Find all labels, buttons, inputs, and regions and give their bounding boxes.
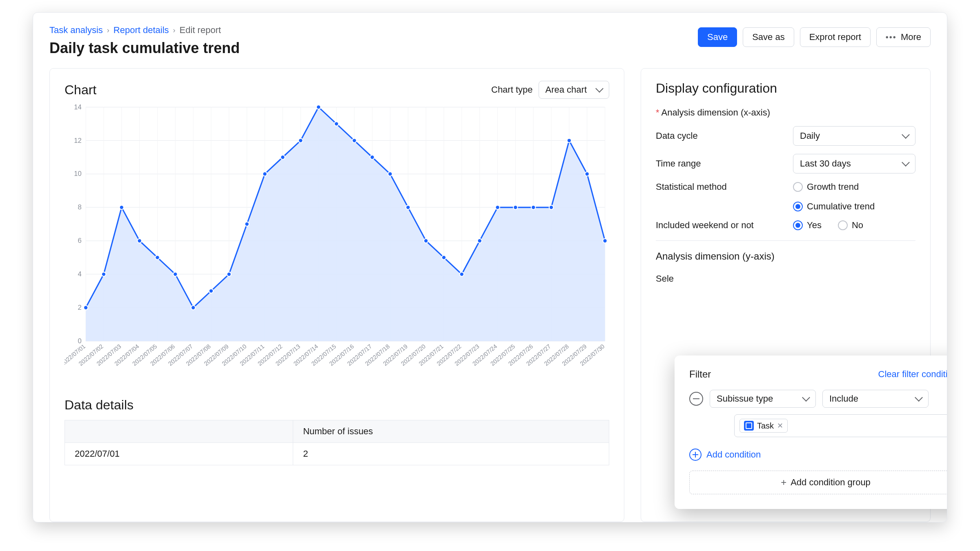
chart-type-label: Chart type: [491, 84, 533, 95]
cell-count: 2: [293, 442, 609, 465]
svg-text:12: 12: [74, 137, 82, 144]
svg-point-66: [442, 256, 446, 260]
filter-tag-task: Task ✕: [739, 419, 788, 433]
data-cycle-value: Daily: [800, 131, 820, 141]
chevron-down-icon: [902, 158, 910, 167]
table-row: 2022/07/01 2: [65, 442, 609, 465]
svg-point-70: [513, 205, 517, 209]
save-as-button[interactable]: Save as: [743, 27, 794, 47]
clear-filter-link[interactable]: Clear filter conditions: [878, 369, 947, 380]
save-button[interactable]: Save: [698, 27, 737, 47]
svg-point-57: [281, 155, 285, 159]
chevron-right-icon: ›: [173, 26, 176, 35]
more-label: More: [901, 32, 921, 42]
chart-type-select[interactable]: Area chart: [539, 81, 610, 99]
svg-point-51: [173, 272, 177, 276]
radio-label-cumulative: Cumulative trend: [807, 201, 875, 212]
svg-text:8: 8: [78, 203, 81, 211]
svg-point-56: [263, 172, 267, 176]
time-range-value: Last 30 days: [800, 158, 851, 169]
yaxis-label: Analysis dimension (y-axis): [656, 251, 915, 262]
radio-label-yes: Yes: [807, 220, 822, 231]
chevron-down-icon: [915, 393, 923, 402]
svg-point-75: [603, 239, 607, 243]
plus-circle-icon: [689, 449, 702, 461]
table-header-date: [65, 420, 293, 442]
remove-tag-icon[interactable]: ✕: [777, 421, 783, 430]
add-condition-label: Add condition: [706, 449, 761, 460]
breadcrumb: Task analysis › Report details › Edit re…: [49, 25, 240, 36]
svg-point-59: [316, 105, 321, 109]
page-title: Daily task cumulative trend: [49, 40, 240, 57]
table-header-count: Number of issues: [293, 420, 609, 442]
svg-point-68: [477, 239, 481, 243]
svg-point-54: [227, 272, 231, 276]
stat-method-label: Statistical method: [656, 182, 727, 192]
radio-label-no: No: [852, 220, 863, 231]
svg-point-47: [102, 272, 106, 276]
chart-section-title: Chart: [65, 82, 96, 98]
chevron-down-icon: [902, 131, 910, 139]
svg-point-46: [84, 306, 88, 310]
data-cycle-select[interactable]: Daily: [793, 126, 915, 146]
filter-field-select[interactable]: Subissue type: [710, 390, 816, 408]
svg-point-48: [120, 205, 124, 209]
svg-text:6: 6: [78, 237, 81, 244]
filter-operator-value: Include: [829, 393, 858, 404]
select-truncated: Sele: [656, 273, 915, 284]
filter-operator-select[interactable]: Include: [822, 390, 929, 408]
remove-condition-icon[interactable]: [689, 392, 703, 406]
time-range-label: Time range: [656, 158, 701, 169]
time-range-select[interactable]: Last 30 days: [793, 154, 915, 173]
svg-point-60: [334, 122, 339, 126]
radio-weekend-yes[interactable]: Yes: [793, 220, 822, 231]
svg-point-58: [298, 138, 303, 142]
display-config-title: Display configuration: [656, 81, 915, 96]
svg-point-73: [567, 138, 571, 142]
svg-point-52: [191, 306, 195, 310]
svg-point-65: [424, 239, 428, 243]
data-details-table: Number of issues 2022/07/01 2: [65, 420, 609, 465]
chart-type-value: Area chart: [546, 84, 587, 95]
filter-value-input[interactable]: Task ✕: [734, 414, 947, 437]
breadcrumb-link-task-analysis[interactable]: Task analysis: [49, 25, 103, 36]
radio-icon: [838, 220, 848, 230]
svg-point-62: [370, 155, 374, 159]
xaxis-label: Analysis dimension (x-axis): [656, 107, 770, 118]
divider: [656, 240, 915, 241]
svg-point-67: [460, 272, 464, 276]
chevron-down-icon: [595, 84, 604, 93]
dots-icon: •••: [886, 33, 897, 42]
radio-growth-trend[interactable]: Growth trend: [793, 182, 915, 192]
plus-icon: +: [781, 477, 786, 488]
breadcrumb-current: Edit report: [180, 25, 221, 36]
filter-panel: Filter Clear filter conditions Subissue …: [675, 355, 947, 509]
svg-point-63: [388, 172, 392, 176]
filter-title: Filter: [689, 369, 711, 380]
breadcrumb-link-report-details[interactable]: Report details: [114, 25, 169, 36]
more-button[interactable]: ••• More: [876, 27, 931, 47]
svg-point-72: [549, 205, 553, 209]
svg-text:14: 14: [74, 103, 82, 111]
add-condition-button[interactable]: Add condition: [689, 449, 947, 461]
svg-point-50: [155, 256, 159, 260]
add-group-label: Add condition group: [791, 477, 871, 488]
radio-cumulative-trend[interactable]: Cumulative trend: [793, 201, 915, 212]
data-cycle-label: Data cycle: [656, 131, 698, 141]
svg-point-55: [245, 222, 249, 226]
filter-field-value: Subissue type: [717, 393, 773, 404]
radio-icon: [793, 202, 803, 211]
data-details-title: Data details: [65, 398, 609, 413]
export-report-button[interactable]: Exprot report: [800, 27, 871, 47]
svg-point-53: [209, 289, 213, 293]
chevron-down-icon: [802, 393, 810, 402]
svg-text:2: 2: [78, 304, 81, 311]
svg-text:4: 4: [78, 270, 81, 278]
task-icon: [744, 421, 754, 431]
add-condition-group-button[interactable]: + Add condition group: [689, 471, 947, 494]
svg-text:10: 10: [74, 170, 82, 178]
cell-date: 2022/07/01: [65, 442, 293, 465]
radio-icon: [793, 220, 803, 230]
radio-weekend-no[interactable]: No: [838, 220, 863, 231]
radio-icon: [793, 182, 803, 192]
